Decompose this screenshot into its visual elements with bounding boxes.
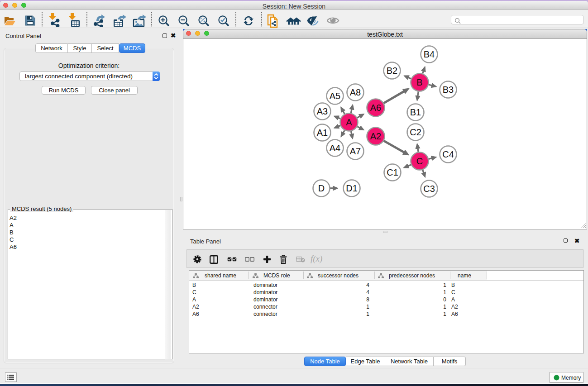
svg-text:A7: A7 bbox=[350, 146, 361, 156]
svg-text:A2: A2 bbox=[370, 131, 381, 141]
svg-text:B: B bbox=[416, 77, 422, 87]
svg-text:A5: A5 bbox=[330, 91, 340, 101]
svg-text:A1: A1 bbox=[317, 128, 328, 138]
svg-text:B4: B4 bbox=[424, 49, 435, 59]
svg-text:A: A bbox=[346, 117, 352, 127]
svg-text:C4: C4 bbox=[442, 149, 454, 159]
svg-text:A8: A8 bbox=[350, 87, 361, 97]
svg-text:C1: C1 bbox=[387, 167, 398, 177]
svg-text:C2: C2 bbox=[410, 127, 421, 137]
svg-text:C: C bbox=[416, 156, 423, 166]
svg-text:D1: D1 bbox=[346, 183, 358, 193]
svg-text:A4: A4 bbox=[330, 143, 340, 153]
svg-text:B1: B1 bbox=[410, 107, 421, 117]
svg-text:A3: A3 bbox=[317, 106, 328, 116]
svg-text:B2: B2 bbox=[387, 66, 397, 76]
svg-text:A6: A6 bbox=[370, 103, 381, 113]
svg-text:D: D bbox=[318, 183, 325, 193]
svg-text:B3: B3 bbox=[443, 85, 454, 95]
svg-text:C3: C3 bbox=[423, 184, 435, 194]
